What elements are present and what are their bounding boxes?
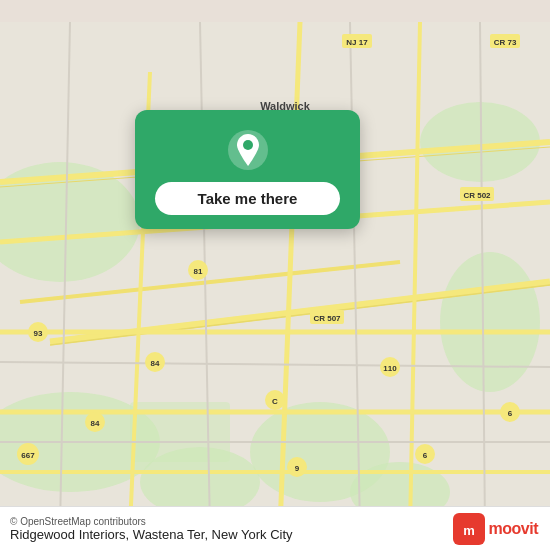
map-container: NJ 17 CR 73 CR 502 CR 502 81 CR 507 93 8… — [0, 0, 550, 550]
svg-point-3 — [440, 252, 540, 392]
take-me-there-button[interactable]: Take me there — [155, 182, 340, 215]
svg-text:CR 502: CR 502 — [463, 191, 491, 200]
svg-text:110: 110 — [383, 364, 397, 373]
svg-text:93: 93 — [34, 329, 43, 338]
moovit-icon: m — [453, 513, 485, 545]
bottom-bar: © OpenStreetMap contributors Ridgewood I… — [0, 506, 550, 550]
svg-text:9: 9 — [295, 464, 300, 473]
moovit-logo: m moovit — [453, 513, 538, 545]
svg-text:6: 6 — [508, 409, 513, 418]
svg-text:NJ 17: NJ 17 — [346, 38, 368, 47]
location-label: Ridgewood Interiors, Wastena Ter, New Yo… — [10, 527, 293, 542]
svg-text:667: 667 — [21, 451, 35, 460]
moovit-text: moovit — [489, 520, 538, 538]
svg-text:84: 84 — [91, 419, 100, 428]
svg-text:m: m — [463, 523, 475, 538]
svg-text:CR 73: CR 73 — [494, 38, 517, 47]
svg-text:6: 6 — [423, 451, 428, 460]
popup-card: Take me there — [135, 110, 360, 229]
osm-credit: © OpenStreetMap contributors — [10, 516, 293, 527]
svg-text:C: C — [272, 397, 278, 406]
svg-text:CR 507: CR 507 — [313, 314, 341, 323]
map-background: NJ 17 CR 73 CR 502 CR 502 81 CR 507 93 8… — [0, 0, 550, 550]
svg-text:84: 84 — [151, 359, 160, 368]
bottom-left-info: © OpenStreetMap contributors Ridgewood I… — [10, 516, 293, 542]
svg-point-59 — [243, 140, 253, 150]
location-pin-icon — [226, 128, 270, 172]
svg-text:81: 81 — [194, 267, 203, 276]
